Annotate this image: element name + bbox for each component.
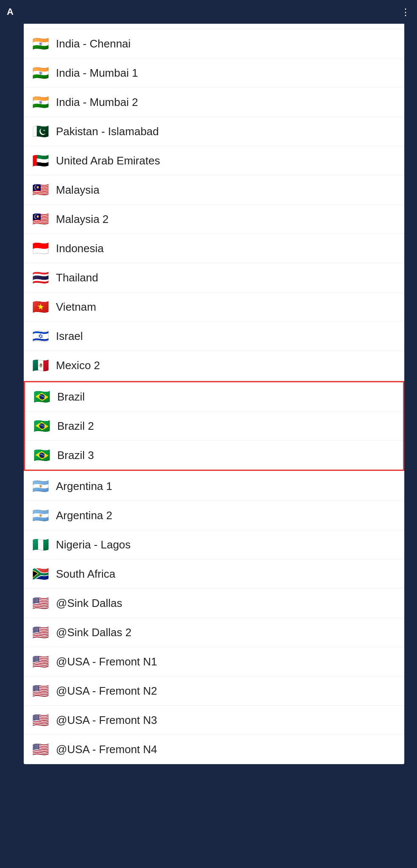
list-item-usa-fremont-n1[interactable]: 🇺🇸@USA - Fremont N1 [24,647,404,676]
country-name-brazil-2: Brazil 2 [57,420,94,433]
flag-icon-south-africa: 🇿🇦 [32,567,49,581]
flag-icon-argentina-2: 🇦🇷 [32,509,49,522]
flag-icon-india-mumbai-1: 🇮🇳 [32,66,49,80]
country-name-argentina-2: Argentina 2 [56,509,112,522]
country-name-sink-dallas: @Sink Dallas [56,597,122,610]
flag-icon-vietnam: 🇻🇳 [32,300,49,314]
highlighted-group: 🇧🇷Brazil🇧🇷Brazil 2🇧🇷Brazil 3 [24,381,404,471]
list-item-usa-fremont-n3[interactable]: 🇺🇸@USA - Fremont N3 [24,706,404,735]
country-name-usa-fremont-n2: @USA - Fremont N2 [56,684,157,698]
flag-icon-brazil: 🇧🇷 [33,390,50,403]
list-item-brazil[interactable]: 🇧🇷Brazil [25,382,403,412]
flag-icon-sink-dallas: 🇺🇸 [32,596,49,610]
country-name-malaysia: Malaysia [56,184,100,197]
country-name-thailand: Thailand [56,271,98,284]
list-item-thailand[interactable]: 🇹🇭Thailand [24,263,404,292]
country-name-brazil: Brazil [57,390,85,403]
flag-icon-israel: 🇮🇱 [32,329,49,343]
country-name-sink-dallas-2: @Sink Dallas 2 [56,626,131,639]
country-name-pakistan-islamabad: Pakistan - Islamabad [56,125,159,138]
flag-icon-brazil-3: 🇧🇷 [33,448,50,462]
country-name-uae: United Arab Emirates [56,154,160,167]
flag-icon-brazil-2: 🇧🇷 [33,419,50,433]
flag-icon-malaysia-2: 🇲🇾 [32,212,49,226]
list-item-sink-dallas[interactable]: 🇺🇸@Sink Dallas [24,589,404,618]
menu-icon[interactable]: ⋮ [401,7,410,18]
list-item-nigeria-lagos[interactable]: 🇳🇬Nigeria - Lagos [24,530,404,559]
country-name-india-mumbai-1: India - Mumbai 1 [56,67,138,80]
flag-icon-pakistan-islamabad: 🇵🇰 [32,125,49,138]
flag-icon-thailand: 🇹🇭 [32,271,49,284]
country-name-argentina-1: Argentina 1 [56,480,112,493]
flag-icon-argentina-1: 🇦🇷 [32,479,49,493]
flag-icon-usa-fremont-n3: 🇺🇸 [32,713,49,727]
country-name-vietnam: Vietnam [56,300,96,314]
list-item-india-mumbai-2[interactable]: 🇮🇳India - Mumbai 2 [24,88,404,117]
list-item-south-africa[interactable]: 🇿🇦South Africa [24,559,404,589]
flag-icon-india-chennai: 🇮🇳 [32,37,49,50]
country-name-india-mumbai-2: India - Mumbai 2 [56,96,138,109]
flag-icon-sink-dallas-2: 🇺🇸 [32,626,49,639]
list-item-malaysia[interactable]: 🇲🇾Malaysia [24,175,404,205]
country-name-india-chennai: India - Chennai [56,37,131,50]
flag-icon-usa-fremont-n4: 🇺🇸 [32,743,49,756]
country-name-mexico-2: Mexico 2 [56,359,100,372]
list-item-vietnam[interactable]: 🇻🇳Vietnam [24,292,404,322]
country-name-israel: Israel [56,330,83,343]
list-item-brazil-2[interactable]: 🇧🇷Brazil 2 [25,412,403,441]
list-item-israel[interactable]: 🇮🇱Israel [24,322,404,351]
flag-icon-indonesia: 🇮🇩 [32,242,49,255]
flag-icon-malaysia: 🇲🇾 [32,183,49,197]
country-name-malaysia-2: Malaysia 2 [56,213,108,226]
list-item-usa-fremont-n2[interactable]: 🇺🇸@USA - Fremont N2 [24,676,404,706]
country-name-brazil-3: Brazil 3 [57,449,94,462]
list-item-pakistan-islamabad[interactable]: 🇵🇰Pakistan - Islamabad [24,117,404,146]
list-item-brazil-3[interactable]: 🇧🇷Brazil 3 [25,441,403,470]
list-item-argentina-2[interactable]: 🇦🇷Argentina 2 [24,501,404,530]
flag-icon-nigeria-lagos: 🇳🇬 [32,538,49,551]
flag-icon-mexico-2: 🇲🇽 [32,359,49,372]
list-item-india-mumbai-1[interactable]: 🇮🇳India - Mumbai 1 [24,58,404,88]
flag-icon-usa-fremont-n1: 🇺🇸 [32,655,49,668]
country-list-panel: 🇮🇳India - Bangalore🇮🇳India - Chennai🇮🇳In… [24,0,404,764]
flag-icon-india-mumbai-2: 🇮🇳 [32,95,49,109]
list-item-india-chennai[interactable]: 🇮🇳India - Chennai [24,29,404,58]
list-item-usa-fremont-n4[interactable]: 🇺🇸@USA - Fremont N4 [24,735,404,764]
country-name-south-africa: South Africa [56,568,115,581]
list-item-mexico-2[interactable]: 🇲🇽Mexico 2 [24,351,404,380]
list-item-malaysia-2[interactable]: 🇲🇾Malaysia 2 [24,205,404,234]
app-title: A [7,6,14,17]
list-item-indonesia[interactable]: 🇮🇩Indonesia [24,234,404,263]
country-name-usa-fremont-n4: @USA - Fremont N4 [56,743,157,756]
country-name-indonesia: Indonesia [56,242,104,255]
list-item-sink-dallas-2[interactable]: 🇺🇸@Sink Dallas 2 [24,618,404,647]
country-name-usa-fremont-n1: @USA - Fremont N1 [56,655,157,668]
app-container: A ⋮ 🇮🇳India - Bangalore🇮🇳India - Chennai… [0,0,417,868]
country-name-nigeria-lagos: Nigeria - Lagos [56,538,131,551]
flag-icon-uae: 🇦🇪 [32,154,49,167]
country-name-usa-fremont-n3: @USA - Fremont N3 [56,714,157,727]
flag-icon-usa-fremont-n2: 🇺🇸 [32,684,49,698]
header-bar: A ⋮ [0,0,417,24]
list-item-argentina-1[interactable]: 🇦🇷Argentina 1 [24,472,404,501]
list-item-uae[interactable]: 🇦🇪United Arab Emirates [24,146,404,175]
